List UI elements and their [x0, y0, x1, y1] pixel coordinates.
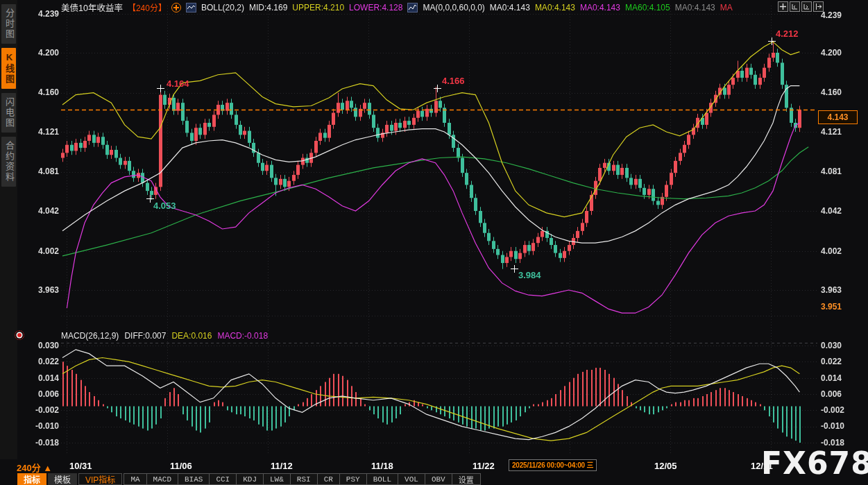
selected-bar-tooltip: 2025/11/26 00:00~04:00 三 [509, 459, 597, 471]
macd-dea-value: DEA:0.016 [171, 331, 212, 341]
tab-settings[interactable]: 设置 [452, 473, 481, 485]
price-axis-left-label: 4.081 [19, 167, 59, 176]
zoom-out-icon[interactable] [790, 1, 800, 12]
price-axis-left-label: 4.160 [19, 87, 59, 97]
zoom-in-icon[interactable] [801, 1, 812, 12]
boll-lower-value: LOWER:4.128 [349, 3, 402, 12]
sidebar-tab-time-chart[interactable]: 分时图 [1, 4, 16, 44]
price-marker-cross [511, 265, 518, 273]
high-annotation: 4.166 [442, 76, 465, 86]
macd-axis-left-label: -0.002 [19, 405, 59, 415]
tab-cci[interactable]: CCI [209, 473, 236, 485]
boll-indicator-icon [186, 3, 196, 12]
low-annotation: 3.984 [518, 270, 541, 280]
macd-axis-left-label: -0.010 [19, 421, 59, 431]
tab-vip-indicator[interactable]: VIP指标 [78, 473, 122, 485]
price-axis-right-label: 4.042 [821, 206, 842, 216]
bottom-toolbar: 指标 模板 VIP指标 MA MACD BIAS CCI KDJ LW& RSI… [17, 473, 481, 485]
tab-lwr[interactable]: LW& [263, 473, 290, 485]
date-label: 11/22 [473, 461, 495, 471]
tab-bias[interactable]: BIAS [178, 473, 209, 485]
price-axis-right-label: 4.200 [821, 48, 842, 58]
price-axis-right-label: 3.963 [821, 285, 842, 295]
chart-header: 美债10年收益率 【240分】 BOLL(20,2) MID:4.169 UPP… [61, 2, 733, 12]
boll-label: BOLL(20,2) [201, 3, 244, 12]
tab-rsi[interactable]: RSI [290, 473, 317, 485]
instrument-title: 美债10年收益率 [61, 1, 123, 14]
price-marker-cross [434, 85, 441, 92]
date-label: 10/31 [69, 461, 92, 471]
date-label: 11/06 [170, 461, 192, 471]
live-indicator-icon [15, 331, 24, 339]
macd-axis-left-label: 0.014 [19, 373, 59, 383]
ma0-gray-value: MA0:4.143 [675, 3, 715, 12]
ma-indicator-icon [407, 3, 418, 12]
pane-low-tag: 3.951 [821, 302, 842, 312]
chart-toolbar [778, 1, 824, 12]
macd-header: MACD(26,12,9) DIFF:0.007 DEA:0.016 MACD:… [61, 331, 268, 341]
current-price-tag: 4.143 [818, 110, 858, 124]
ma0-white-value: MA0:4.143 [490, 3, 530, 12]
chart-canvas[interactable] [0, 0, 868, 485]
period-badge: 【240分】 [128, 1, 167, 13]
tab-indicator[interactable]: 指标 [17, 473, 46, 485]
price-axis-left-label: 4.121 [19, 127, 59, 137]
price-axis-left-label: 4.200 [19, 48, 59, 58]
price-axis-right-label: 4.081 [821, 167, 842, 176]
ma-label: MA(0,0,0,60,0,0) [423, 3, 484, 12]
tab-ma[interactable]: MA [124, 473, 146, 485]
macd-axis-right-label: -0.010 [821, 421, 844, 431]
sidebar-tab-contract-info[interactable]: 合约资料 [1, 137, 16, 187]
high-annotation: 4.212 [776, 28, 799, 39]
left-sidebar: 分时图 K线图 闪电图 合约资料 [0, 0, 17, 459]
tab-boll[interactable]: BOLL [366, 473, 398, 485]
macd-axis-right-label: 0.014 [821, 373, 842, 383]
price-axis-right-label: 4.160 [821, 87, 842, 97]
date-label: 11/18 [371, 461, 393, 471]
macd-axis-right-label: 0.006 [821, 389, 842, 399]
macd-axis-right-label: 0.030 [821, 341, 842, 350]
macd-axis-right-label: -0.002 [821, 405, 844, 415]
price-axis-left-label: 4.002 [19, 246, 59, 256]
sidebar-tab-flash-chart[interactable]: 闪电图 [1, 93, 16, 133]
app-root: 分时图 K线图 闪电图 合约资料 美债10年收益率 【240分】 BOLL(20… [0, 0, 868, 485]
price-axis-left-label: 4.239 [19, 9, 59, 19]
tab-cr[interactable]: CR [317, 473, 339, 485]
tab-psy[interactable]: PSY [339, 473, 366, 485]
ma60-green-value: MA60:4.105 [625, 3, 670, 12]
ma0-yellow-value: MA0:4.143 [535, 3, 575, 12]
crosshair-icon[interactable] [778, 1, 788, 12]
sidebar-tab-kline[interactable]: K线图 [1, 48, 16, 89]
price-marker-cross [157, 85, 164, 92]
macd-axis-right-label: 0.022 [821, 357, 842, 366]
macd-axis-left-label: 0.030 [19, 341, 59, 350]
high-annotation: 4.164 [167, 78, 189, 89]
price-axis-right-label: 4.002 [821, 246, 842, 256]
ma0-magenta-value: MA0:4.143 [580, 3, 620, 12]
macd-diff-value: DIFF:0.007 [124, 331, 166, 341]
ma-red-label: MA [720, 3, 733, 12]
boll-upper-value: UPPER:4.210 [292, 3, 344, 12]
tab-vol[interactable]: VOL [398, 473, 425, 485]
macd-params-label: MACD(26,12,9) [61, 331, 119, 341]
date-label: 11/12 [271, 461, 293, 471]
tab-macd[interactable]: MACD [146, 473, 178, 485]
price-axis-right-label: 4.121 [821, 127, 842, 137]
price-axis-left-label: 3.963 [19, 285, 59, 295]
low-annotation: 4.053 [153, 201, 176, 211]
price-axis-left-label: 4.042 [19, 206, 59, 216]
tab-obv[interactable]: OBV [425, 473, 452, 485]
tab-template[interactable]: 模板 [48, 473, 77, 485]
macd-axis-left-label: -0.018 [19, 438, 59, 448]
macd-macd-value: MACD:-0.018 [217, 331, 268, 341]
period-selector[interactable]: 240分 ▲ [17, 461, 52, 474]
circle-plus-icon[interactable] [171, 3, 181, 12]
macd-axis-left-label: 0.006 [19, 389, 59, 399]
price-axis-right-label: 4.239 [821, 10, 842, 20]
watermark-fx678: FX678 [761, 445, 868, 481]
price-marker-cross [768, 37, 776, 45]
boll-mid-value: MID:4.169 [249, 3, 287, 12]
date-label: 12/05 [654, 461, 677, 471]
tab-kdj[interactable]: KDJ [236, 473, 263, 485]
macd-axis-left-label: 0.022 [19, 357, 59, 366]
